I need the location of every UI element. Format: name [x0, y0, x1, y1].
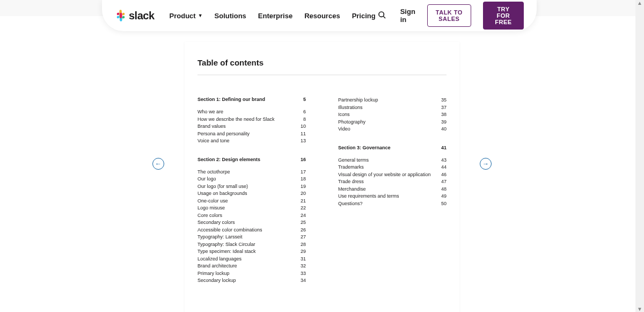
toc-row: Primary lockup33: [197, 270, 306, 278]
toc-row: One-color use21: [197, 198, 306, 205]
toc-row: Questions?50: [338, 200, 447, 208]
toc-row: Persona and personality11: [197, 130, 306, 138]
toc-section-2: Section 2: Design elements 16: [197, 157, 306, 162]
page-title: Table of contents: [197, 58, 447, 75]
toc-row: Who we are6: [197, 108, 306, 116]
toc-row: Icons38: [338, 111, 447, 119]
toc-section-3: Section 3: Governance 41: [338, 145, 447, 150]
toc-row: Visual design of your website or applica…: [338, 171, 447, 179]
toc-row: Trade dress47: [338, 178, 447, 186]
toc-row: Accessible color combinations26: [197, 227, 306, 234]
toc-row: Use requirements and terms49: [338, 193, 447, 200]
vertical-scrollbar[interactable]: ▲ ▼: [635, 0, 644, 312]
arrow-left-icon: ←: [155, 160, 162, 168]
arrow-right-icon: →: [482, 160, 489, 168]
toc-row: Secondary lockup34: [197, 277, 306, 285]
toc-right-column: Partnership lockup35Illustrations37Icons…: [338, 97, 447, 296]
toc-left-column: Section 1: Defining our brand 5 Who we a…: [197, 97, 306, 296]
toc-row: General terms43: [338, 157, 447, 164]
toc-row: Voice and tone13: [197, 137, 306, 145]
toc-row: The octothorpe17: [197, 169, 306, 176]
toc-row: Trademarks44: [338, 164, 447, 171]
toc-row: Our logo18: [197, 176, 306, 183]
toc-row: Photography39: [338, 119, 447, 126]
toc-row: Partnership lockup35: [338, 97, 447, 104]
prev-page-button[interactable]: ←: [152, 158, 164, 170]
document-page: Table of contents Section 1: Defining ou…: [185, 42, 459, 312]
toc-row: Illustrations37: [338, 104, 447, 112]
toc-section-1: Section 1: Defining our brand 5: [197, 97, 306, 102]
toc-row: Video40: [338, 126, 447, 133]
toc-row: Our logo (for small use)19: [197, 183, 306, 191]
next-page-button[interactable]: →: [480, 158, 492, 170]
scroll-down-arrow-icon[interactable]: ▼: [637, 306, 642, 312]
scroll-up-arrow-icon[interactable]: ▲: [637, 0, 642, 6]
toc-row: Logo misuse22: [197, 205, 306, 212]
toc-row: Merchandise48: [338, 186, 447, 193]
toc-row: Usage on backgrounds20: [197, 190, 306, 198]
toc-row: Typography: Slack Circular28: [197, 241, 306, 249]
toc-row: Type specimen: Ideal stack29: [197, 248, 306, 256]
toc-row: Secondary colors25: [197, 219, 306, 227]
toc-row: Typography: Larsseit27: [197, 234, 306, 241]
toc-row: How we describe the need for Slack8: [197, 116, 306, 124]
toc-row: Localized languages31: [197, 256, 306, 263]
toc-row: Core colors24: [197, 212, 306, 220]
toc-row: Brand architecture32: [197, 263, 306, 270]
toc-row: Brand values10: [197, 123, 306, 130]
